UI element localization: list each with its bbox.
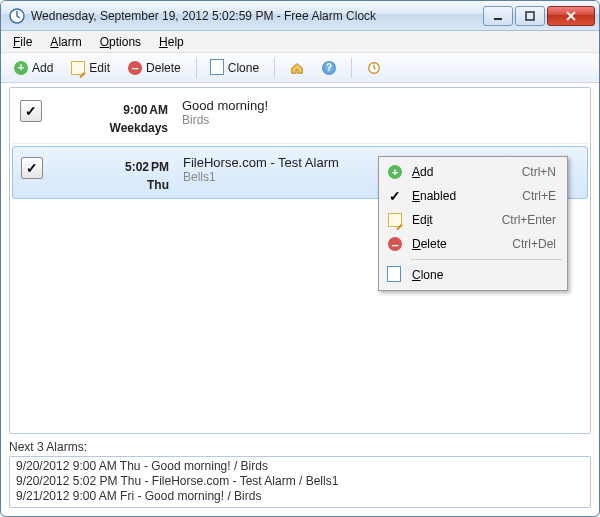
check-icon: ✓ (387, 188, 403, 204)
check-icon: ✓ (26, 160, 38, 176)
titlebar[interactable]: Wednesday, September 19, 2012 5:02:59 PM… (1, 1, 599, 31)
close-button[interactable] (547, 6, 595, 26)
next-alarms-label: Next 3 Alarms: (9, 440, 591, 454)
plus-icon: + (387, 164, 403, 180)
menu-help[interactable]: Help (151, 33, 192, 51)
menu-options[interactable]: Options (92, 33, 149, 51)
context-enabled[interactable]: ✓ Enabled Ctrl+E (382, 184, 564, 208)
clone-icon (212, 61, 224, 75)
alarm-enabled-checkbox[interactable]: ✓ (21, 157, 43, 179)
context-add[interactable]: + Add Ctrl+N (382, 160, 564, 184)
home-button[interactable] (283, 58, 311, 78)
alarm-list[interactable]: ✓ 9:00AM Weekdays Good morning! Birds ✓ … (9, 87, 591, 434)
clone-button[interactable]: Clone (205, 58, 266, 78)
update-button[interactable] (360, 58, 388, 78)
context-clone[interactable]: Clone (382, 263, 564, 287)
delete-label: Delete (146, 61, 181, 75)
menu-file[interactable]: File (5, 33, 40, 51)
alarm-time-col: 5:02PM Thu (59, 153, 169, 192)
alarm-time-col: 9:00AM Weekdays (58, 96, 168, 135)
delete-button[interactable]: – Delete (121, 58, 188, 78)
svg-rect-1 (494, 18, 502, 20)
next-alarms-box: 9/20/2012 9:00 AM Thu - Good morning! / … (9, 456, 591, 508)
footer: Next 3 Alarms: 9/20/2012 9:00 AM Thu - G… (9, 440, 591, 508)
edit-label: Edit (89, 61, 110, 75)
separator (196, 58, 197, 78)
add-button[interactable]: + Add (7, 58, 60, 78)
app-clock-icon (9, 8, 25, 24)
alarm-title: Good morning! (182, 98, 580, 113)
next-alarm-line: 9/20/2012 5:02 PM Thu - FileHorse.com - … (16, 474, 584, 489)
context-delete[interactable]: – Delete Ctrl+Del (382, 232, 564, 256)
alarm-enabled-checkbox[interactable]: ✓ (20, 100, 42, 122)
minimize-button[interactable] (483, 6, 513, 26)
menu-alarm[interactable]: Alarm (42, 33, 89, 51)
help-icon: ? (322, 61, 336, 75)
alarm-row[interactable]: ✓ 9:00AM Weekdays Good morning! Birds (10, 88, 590, 144)
help-button[interactable]: ? (315, 58, 343, 78)
next-alarm-line: 9/20/2012 9:00 AM Thu - Good morning! / … (16, 459, 584, 474)
edit-button[interactable]: Edit (64, 58, 117, 78)
separator (351, 58, 352, 78)
toolbar: + Add Edit – Delete Clone ? (1, 53, 599, 83)
clone-icon (387, 267, 403, 283)
context-edit[interactable]: Edit Ctrl+Enter (382, 208, 564, 232)
menubar: File Alarm Options Help (1, 31, 599, 53)
context-menu: + Add Ctrl+N ✓ Enabled Ctrl+E Edit Ctrl+… (378, 156, 568, 291)
window-title: Wednesday, September 19, 2012 5:02:59 PM… (31, 9, 376, 23)
separator (274, 58, 275, 78)
add-label: Add (32, 61, 53, 75)
app-window: Wednesday, September 19, 2012 5:02:59 PM… (0, 0, 600, 517)
next-alarm-line: 9/21/2012 9:00 AM Fri - Good morning! / … (16, 489, 584, 504)
maximize-button[interactable] (515, 6, 545, 26)
separator (410, 259, 562, 260)
minus-icon: – (128, 61, 142, 75)
edit-icon (71, 61, 85, 75)
home-icon (290, 61, 304, 75)
clone-label: Clone (228, 61, 259, 75)
clock-refresh-icon (367, 61, 381, 75)
alarm-details: Good morning! Birds (182, 96, 580, 127)
minus-icon: – (387, 236, 403, 252)
plus-icon: + (14, 61, 28, 75)
alarm-sound: Birds (182, 113, 580, 127)
svg-rect-2 (526, 12, 534, 20)
check-icon: ✓ (25, 103, 37, 119)
edit-icon (387, 212, 403, 228)
